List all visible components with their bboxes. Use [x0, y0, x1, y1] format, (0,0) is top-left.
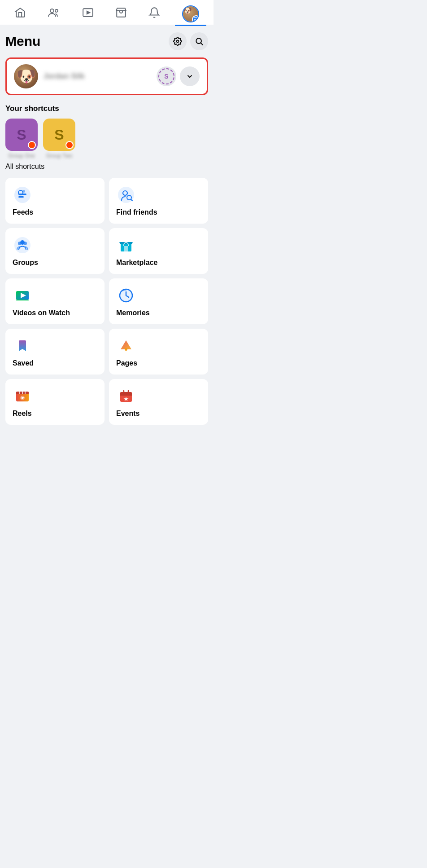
svg-point-7 [177, 40, 179, 43]
events-label: Events [116, 410, 201, 418]
nav-item-marketplace[interactable] [108, 5, 134, 25]
pages-icon [116, 336, 136, 356]
settings-button[interactable] [169, 32, 187, 50]
shortcut-item-1[interactable]: S Group One [5, 119, 38, 159]
nav-item-watch[interactable] [75, 5, 101, 25]
menu-card-reels[interactable]: Reels [5, 379, 105, 425]
saved-icon [13, 336, 32, 356]
shortcut-icon-2: S [43, 119, 75, 151]
svg-point-1 [55, 9, 58, 12]
page-title: Menu [5, 34, 40, 49]
svg-line-9 [201, 43, 203, 45]
shortcuts-title: Your shortcuts [5, 104, 208, 113]
shortcut-label-1: Group One [8, 153, 35, 159]
find-friends-icon [116, 185, 136, 205]
nav-item-friends[interactable] [40, 5, 67, 25]
avatar: 🐶 [182, 5, 199, 22]
menu-badge [192, 15, 199, 22]
groups-label: Groups [13, 259, 97, 267]
svg-rect-27 [16, 299, 29, 301]
pages-label: Pages [116, 359, 201, 367]
shortcut-item-2[interactable]: S Group Two [43, 119, 75, 159]
profile-actions: S [157, 66, 200, 86]
saved-label: Saved [13, 359, 97, 367]
events-icon [116, 386, 136, 406]
shortcut-label-2: Group Two [46, 153, 72, 159]
profile-avatar [14, 64, 38, 88]
expand-button[interactable] [180, 66, 200, 86]
menu-card-marketplace[interactable]: Marketplace [109, 228, 208, 274]
story-button[interactable]: S [157, 66, 176, 86]
header-actions [169, 32, 208, 50]
menu-card-events[interactable]: Events [109, 379, 208, 425]
menu-grid: Feeds Find friends [5, 178, 208, 425]
menu-card-groups[interactable]: Groups [5, 228, 105, 274]
marketplace-icon [116, 235, 136, 255]
header-row: Menu [5, 32, 208, 50]
groups-icon [13, 235, 32, 255]
svg-point-8 [196, 38, 201, 44]
shortcut-icon-1: S [5, 119, 38, 151]
feeds-icon [13, 185, 32, 205]
main-content: Menu Jordan Silk S [0, 25, 214, 432]
all-shortcuts-link[interactable]: All shortcuts [5, 163, 208, 171]
svg-rect-5 [194, 19, 198, 20]
nav-item-menu[interactable]: 🐶 [175, 4, 206, 26]
svg-rect-40 [120, 395, 132, 396]
marketplace-label: Marketplace [116, 259, 201, 267]
svg-point-30 [125, 348, 127, 351]
menu-card-memories[interactable]: Memories [109, 278, 208, 324]
shortcut-badge-1 [28, 141, 36, 149]
svg-rect-24 [124, 246, 128, 251]
reels-icon [13, 386, 32, 406]
find-friends-label: Find friends [116, 208, 201, 216]
nav-item-notifications[interactable] [141, 5, 167, 25]
svg-point-22 [20, 240, 25, 245]
shortcut-badge-2 [65, 141, 74, 149]
story-initial: S [158, 68, 174, 84]
menu-card-saved[interactable]: Saved [5, 329, 105, 375]
watch-icon [82, 7, 94, 21]
svg-point-14 [22, 190, 25, 193]
svg-rect-6 [194, 20, 198, 21]
menu-card-feeds[interactable]: Feeds [5, 178, 105, 224]
feeds-label: Feeds [13, 208, 97, 216]
friends-icon [48, 7, 60, 21]
menu-card-videos-on-watch[interactable]: Videos on Watch [5, 278, 105, 324]
videos-on-watch-icon [13, 286, 32, 305]
memories-label: Memories [116, 309, 201, 317]
marketplace-nav-icon [115, 7, 127, 21]
shortcuts-grid: S Group One S Group Two [5, 119, 208, 159]
profile-name: Jordan Silk [44, 72, 151, 81]
profile-card[interactable]: Jordan Silk S [5, 57, 208, 95]
shortcuts-section: Your shortcuts S Group One S Group Two A… [5, 104, 208, 171]
svg-point-19 [14, 237, 30, 253]
menu-card-find-friends[interactable]: Find friends [109, 178, 208, 224]
home-icon [14, 7, 26, 21]
reels-label: Reels [13, 410, 97, 418]
menu-card-pages[interactable]: Pages [109, 329, 208, 375]
memories-icon [116, 286, 136, 305]
videos-on-watch-label: Videos on Watch [13, 309, 97, 317]
svg-marker-3 [87, 11, 90, 14]
search-button[interactable] [190, 32, 208, 50]
bell-icon [148, 7, 160, 21]
svg-rect-12 [18, 196, 24, 198]
svg-rect-4 [194, 17, 198, 18]
top-nav: 🐶 [0, 0, 214, 25]
nav-item-home[interactable] [7, 5, 33, 25]
svg-point-0 [50, 9, 54, 13]
